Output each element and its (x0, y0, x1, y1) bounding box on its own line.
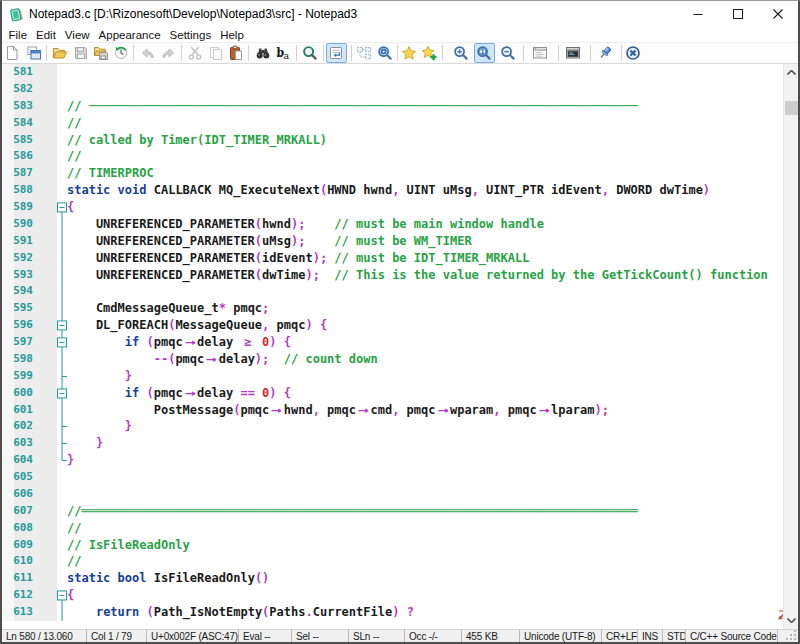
undo-button[interactable] (137, 43, 158, 63)
scrollbar-thumb[interactable] (785, 101, 798, 115)
code-line-585[interactable]: 585// called by Timer(IDT_TIMER_MRKALL) (2, 132, 783, 149)
new-window-button[interactable] (23, 43, 44, 63)
bookmark-margin[interactable] (36, 317, 57, 334)
resize-grip-icon[interactable] (785, 629, 798, 642)
bookmark-margin[interactable] (36, 402, 57, 419)
line-number[interactable]: 585 (2, 132, 36, 149)
zoom-reset-button[interactable]: 1 (474, 43, 495, 63)
line-number[interactable]: 599 (2, 368, 36, 385)
fold-margin-marker[interactable] (57, 317, 67, 334)
scheme-config-button[interactable] (530, 43, 551, 63)
bookmark-margin[interactable] (36, 267, 57, 284)
line-number[interactable]: 596 (2, 317, 36, 334)
code-line-605[interactable]: 605 (2, 469, 783, 486)
bookmark-margin[interactable] (36, 300, 57, 317)
line-number[interactable]: 613 (2, 604, 36, 621)
line-number[interactable]: 591 (2, 233, 36, 250)
bookmark-margin[interactable] (36, 452, 57, 469)
fold-margin-marker[interactable] (57, 385, 67, 402)
code-line-588[interactable]: 588static void CALLBACK MQ_ExecuteNext(H… (2, 182, 783, 199)
status-selected-lines[interactable]: SLn -- (349, 630, 405, 642)
bookmark-margin[interactable] (36, 418, 57, 435)
bookmark-margin[interactable] (36, 233, 57, 250)
bookmark-margin[interactable] (36, 503, 57, 520)
bookmark-margin[interactable] (36, 486, 57, 503)
cut-button[interactable] (185, 43, 206, 63)
code-line-608[interactable]: 608// (2, 520, 783, 537)
code-line-600[interactable]: 600 if (pmqc→delay == 0) { (2, 385, 783, 402)
paste-button[interactable] (225, 43, 246, 63)
minimize-button[interactable] (678, 1, 718, 27)
menu-settings[interactable]: Settings (165, 29, 216, 41)
save-file-button[interactable] (71, 43, 92, 63)
line-number[interactable]: 594 (2, 283, 36, 300)
line-number[interactable]: 588 (2, 182, 36, 199)
menu-appearance[interactable]: Appearance (94, 29, 165, 41)
code-line-609[interactable]: 609// IsFileReadOnly (2, 537, 783, 554)
bookmark-margin[interactable] (36, 81, 57, 98)
code-line-606[interactable]: 606 (2, 486, 783, 503)
code-line-595[interactable]: 595 CmdMessageQueue_t* pmqc; (2, 300, 783, 317)
vertical-scrollbar[interactable] (783, 64, 798, 629)
bookmark-margin[interactable] (36, 351, 57, 368)
bookmark-margin[interactable] (36, 216, 57, 233)
menu-edit[interactable]: Edit (32, 29, 61, 41)
status-occurrences[interactable]: Occ -/- (405, 630, 462, 642)
code-line-596[interactable]: 596 DL_FOREACH(MessageQueue, pmqc) { (2, 317, 783, 334)
bookmark-margin[interactable] (36, 148, 57, 165)
bookmark-margin[interactable] (36, 132, 57, 149)
maximize-button[interactable] (718, 1, 758, 27)
code-line-602[interactable]: 602 } (2, 418, 783, 435)
find-button[interactable] (252, 43, 273, 63)
bookmark-margin[interactable] (36, 604, 57, 621)
copy-button[interactable] (205, 43, 226, 63)
line-number[interactable]: 598 (2, 351, 36, 368)
code-line-593[interactable]: 593 UNREFERENCED_PARAMETER(dwTime); // T… (2, 267, 783, 284)
line-number[interactable]: 600 (2, 385, 36, 402)
line-number[interactable]: 604 (2, 452, 36, 469)
focused-view-button[interactable] (375, 43, 396, 63)
line-number[interactable]: 609 (2, 537, 36, 554)
search-document-button[interactable] (300, 43, 321, 63)
status-scheme[interactable]: C/C++ Source Code (686, 630, 778, 642)
favorites-button[interactable] (399, 43, 420, 63)
line-number[interactable]: 607 (2, 503, 36, 520)
bookmark-margin[interactable] (36, 115, 57, 132)
line-number[interactable]: 595 (2, 300, 36, 317)
status-line[interactable]: Ln 580 / 13.060 (2, 630, 87, 642)
status-eval[interactable]: Eval -- (239, 630, 292, 642)
code-line-610[interactable]: 610// (2, 553, 783, 570)
line-number[interactable]: 584 (2, 115, 36, 132)
code-line-611[interactable]: 611static bool IsFileReadOnly() (2, 570, 783, 587)
bookmark-margin[interactable] (36, 250, 57, 267)
bookmark-margin[interactable] (36, 469, 57, 486)
code-line-582[interactable]: 582 (2, 81, 783, 98)
line-number[interactable]: 581 (2, 64, 36, 81)
close-button[interactable] (758, 1, 798, 27)
exit-button[interactable] (622, 43, 643, 63)
line-number[interactable]: 587 (2, 165, 36, 182)
bookmark-margin[interactable] (36, 334, 57, 351)
bookmark-margin[interactable] (36, 553, 57, 570)
fold-margin-marker[interactable] (57, 334, 67, 351)
customize-schemes-button[interactable] (563, 43, 584, 63)
status-eol-mode[interactable]: CR+LF (602, 630, 638, 642)
bookmark-margin[interactable] (36, 98, 57, 115)
bookmark-margin[interactable] (36, 165, 57, 182)
line-number[interactable]: 605 (2, 469, 36, 486)
line-number[interactable]: 590 (2, 216, 36, 233)
scrollbar-down-arrow[interactable] (784, 612, 798, 629)
code-line-612[interactable]: 612{ (2, 587, 783, 604)
code-line-587[interactable]: 587// TIMERPROC (2, 165, 783, 182)
status-encoding[interactable]: Unicode (UTF-8) (520, 630, 602, 642)
code-line-581[interactable]: 581 (2, 64, 783, 81)
toggle-folds-button[interactable] (354, 43, 375, 63)
line-number[interactable]: 592 (2, 250, 36, 267)
new-file-button[interactable] (2, 43, 23, 63)
code-line-586[interactable]: 586// (2, 148, 783, 165)
fold-margin-marker[interactable] (57, 199, 67, 216)
revert-file-button[interactable] (111, 43, 132, 63)
save-as-button[interactable] (91, 43, 112, 63)
code-line-594[interactable]: 594 (2, 283, 783, 300)
code-line-590[interactable]: 590 UNREFERENCED_PARAMETER(hwnd); // mus… (2, 216, 783, 233)
